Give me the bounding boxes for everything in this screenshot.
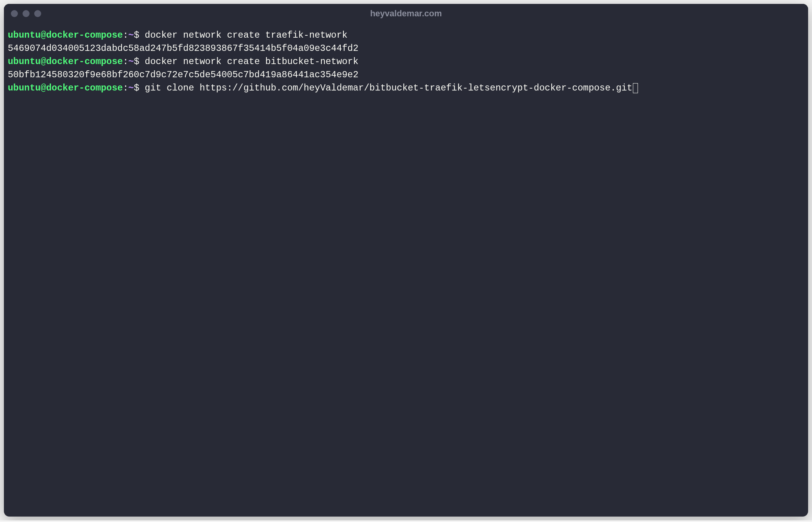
window-title: heyvaldemar.com [11, 9, 801, 19]
prompt-path: ~ [128, 83, 134, 93]
command-text: docker network create traefik-network [139, 30, 348, 40]
prompt-at: @ [41, 83, 46, 93]
prompt-host: docker-compose [46, 56, 123, 67]
prompt-user: ubuntu [8, 83, 41, 93]
cursor [633, 83, 638, 93]
prompt-host: docker-compose [46, 30, 123, 40]
prompt-colon: : [123, 30, 128, 40]
prompt-colon: : [123, 83, 128, 93]
command-text: git clone https://github.com/heyValdemar… [139, 83, 633, 93]
prompt-path: ~ [128, 30, 134, 40]
prompt-dollar: $ [134, 30, 139, 40]
minimize-button[interactable] [23, 10, 30, 17]
prompt-path: ~ [128, 56, 134, 67]
prompt-at: @ [41, 56, 46, 67]
prompt-user: ubuntu [8, 56, 41, 67]
terminal-window: heyvaldemar.com ubuntu@docker-compose:~$… [4, 4, 808, 517]
prompt-host: docker-compose [46, 83, 123, 93]
output-line: 5469074d034005123dabdc58ad247b5fd8238938… [8, 42, 804, 55]
terminal-line: ubuntu@docker-compose:~$ docker network … [8, 55, 804, 68]
terminal-line: ubuntu@docker-compose:~$ docker network … [8, 29, 804, 42]
prompt-user: ubuntu [8, 30, 41, 40]
prompt-at: @ [41, 30, 46, 40]
output-line: 50bfb124580320f9e68bf260c7d9c72e7c5de540… [8, 68, 804, 82]
prompt-colon: : [123, 56, 128, 67]
traffic-lights [11, 10, 41, 17]
prompt-dollar: $ [134, 83, 139, 93]
terminal-body[interactable]: ubuntu@docker-compose:~$ docker network … [4, 23, 808, 517]
title-bar: heyvaldemar.com [4, 4, 808, 23]
maximize-button[interactable] [34, 10, 41, 17]
command-text: docker network create bitbucket-network [139, 56, 359, 67]
prompt-dollar: $ [134, 56, 139, 67]
terminal-line: ubuntu@docker-compose:~$ git clone https… [8, 82, 804, 95]
close-button[interactable] [11, 10, 18, 17]
